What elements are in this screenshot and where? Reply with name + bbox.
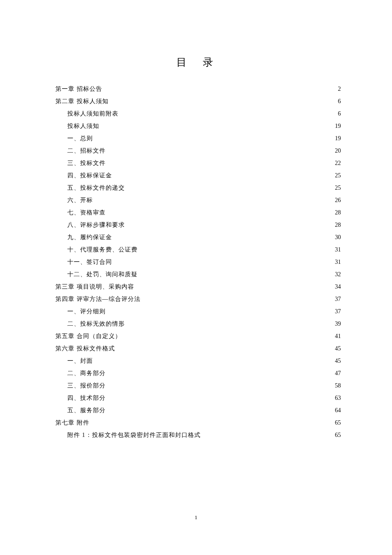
toc-entry-label: 三、报价部分 bbox=[67, 383, 106, 389]
toc-entry: 二、招标文件20 bbox=[55, 148, 341, 154]
toc-entry-label: 一、封面 bbox=[67, 358, 93, 364]
toc-entry-label: 四、投标保证金 bbox=[67, 173, 112, 179]
toc-entry-label: 第二章 投标人须知 bbox=[55, 98, 109, 104]
toc-entry-page: 31 bbox=[332, 247, 341, 253]
toc-entry-label: 十、代理服务费、公证费 bbox=[67, 247, 138, 253]
toc-entry-label: 投标人须知前附表 bbox=[67, 111, 118, 117]
toc-entry-label: 十二、处罚、询问和质疑 bbox=[67, 272, 138, 278]
toc-entry-label: 二、招标文件 bbox=[67, 148, 106, 154]
toc-entry: 第二章 投标人须知6 bbox=[55, 98, 341, 104]
toc-entry-page: 26 bbox=[332, 197, 341, 203]
toc-entry-page: 65 bbox=[332, 432, 341, 438]
toc-entry-page: 63 bbox=[332, 395, 341, 401]
toc-entry-label: 一、评分细则 bbox=[67, 309, 106, 315]
toc-entry-page: 65 bbox=[332, 420, 341, 426]
toc-entry-label: 一、总则 bbox=[67, 136, 93, 142]
toc-entry-label: 第五章 合同（自定义） bbox=[55, 333, 121, 339]
toc-entry: 第一章 招标公告2 bbox=[55, 86, 341, 92]
document-page: 目 录 第一章 招标公告2第二章 投标人须知6投标人须知前附表6投标人须知19一… bbox=[0, 0, 392, 438]
toc-entry-page: 32 bbox=[332, 272, 341, 278]
toc-entry-page: 19 bbox=[332, 123, 341, 129]
toc-entry-label: 六、开标 bbox=[67, 197, 93, 203]
toc-entry-label: 第四章 评审方法—综合评分法 bbox=[55, 296, 141, 302]
toc-title: 目 录 bbox=[55, 55, 341, 69]
toc-entry: 第六章 投标文件格式45 bbox=[55, 346, 341, 352]
toc-entry: 附件 1：投标文件包装袋密封件正面和封口格式65 bbox=[55, 432, 341, 438]
toc-entry-label: 二、商务部分 bbox=[67, 370, 106, 376]
toc-entry: 三、报价部分58 bbox=[55, 383, 341, 389]
toc-entry: 六、开标26 bbox=[55, 197, 341, 203]
toc-entry-page: 45 bbox=[332, 346, 341, 352]
toc-entry: 四、投标保证金25 bbox=[55, 173, 341, 179]
toc-entry: 九、履约保证金30 bbox=[55, 234, 341, 240]
toc-entry: 一、封面45 bbox=[55, 358, 341, 364]
toc-entry: 投标人须知前附表6 bbox=[55, 111, 341, 117]
toc-entry: 三、投标文件22 bbox=[55, 160, 341, 166]
toc-entry-page: 28 bbox=[332, 222, 341, 228]
toc-entry-page: 39 bbox=[332, 321, 341, 327]
toc-entry-page: 20 bbox=[332, 148, 341, 154]
toc-entry: 投标人须知19 bbox=[55, 123, 341, 129]
toc-entry-page: 28 bbox=[332, 210, 341, 216]
toc-entry: 十一、签订合同31 bbox=[55, 259, 341, 265]
toc-entry-label: 十一、签订合同 bbox=[67, 259, 112, 265]
page-number: 1 bbox=[0, 514, 392, 521]
toc-entry-page: 25 bbox=[332, 185, 341, 191]
toc-entry-page: 22 bbox=[332, 160, 341, 166]
toc-entry: 二、商务部分47 bbox=[55, 370, 341, 376]
toc-entry-page: 31 bbox=[332, 259, 341, 265]
toc-entry: 四、技术部分63 bbox=[55, 395, 341, 401]
toc-entry-page: 64 bbox=[332, 408, 341, 413]
toc-entry-label: 二、投标无效的情形 bbox=[67, 321, 125, 327]
toc-entry-label: 第三章 项目说明、采购内容 bbox=[55, 284, 134, 290]
toc-entry-page: 19 bbox=[332, 136, 341, 142]
toc-entry-label: 九、履约保证金 bbox=[67, 234, 112, 240]
toc-entry-page: 30 bbox=[332, 234, 341, 240]
toc-entry-page: 47 bbox=[332, 370, 341, 376]
table-of-contents: 第一章 招标公告2第二章 投标人须知6投标人须知前附表6投标人须知19一、总则1… bbox=[55, 86, 341, 438]
toc-entry-page: 34 bbox=[332, 284, 341, 290]
toc-entry-label: 三、投标文件 bbox=[67, 160, 106, 166]
toc-entry: 十二、处罚、询问和质疑32 bbox=[55, 272, 341, 278]
toc-entry-label: 五、服务部分 bbox=[67, 408, 106, 413]
toc-entry-page: 2 bbox=[332, 86, 341, 92]
toc-entry: 第三章 项目说明、采购内容34 bbox=[55, 284, 341, 290]
toc-entry-page: 6 bbox=[332, 98, 341, 104]
toc-entry-label: 第七章 附件 bbox=[55, 420, 89, 426]
toc-entry: 五、投标文件的递交25 bbox=[55, 185, 341, 191]
toc-entry-page: 37 bbox=[332, 296, 341, 302]
toc-entry: 第七章 附件65 bbox=[55, 420, 341, 426]
toc-entry: 八、评标步骤和要求28 bbox=[55, 222, 341, 228]
toc-entry: 五、服务部分64 bbox=[55, 408, 341, 413]
toc-entry-label: 七、资格审查 bbox=[67, 210, 106, 216]
toc-entry-label: 投标人须知 bbox=[67, 123, 99, 129]
toc-entry-label: 第一章 招标公告 bbox=[55, 86, 102, 92]
toc-entry: 十、代理服务费、公证费31 bbox=[55, 247, 341, 253]
toc-entry: 二、投标无效的情形39 bbox=[55, 321, 341, 327]
toc-entry-label: 五、投标文件的递交 bbox=[67, 185, 125, 191]
toc-entry-page: 45 bbox=[332, 358, 341, 364]
toc-entry-label: 四、技术部分 bbox=[67, 395, 106, 401]
toc-entry: 第五章 合同（自定义）41 bbox=[55, 333, 341, 339]
toc-entry-label: 八、评标步骤和要求 bbox=[67, 222, 125, 228]
toc-entry: 一、总则19 bbox=[55, 136, 341, 142]
toc-entry-page: 6 bbox=[332, 111, 341, 117]
toc-entry-page: 25 bbox=[332, 173, 341, 179]
toc-entry-page: 41 bbox=[332, 333, 341, 339]
toc-entry-page: 37 bbox=[332, 309, 341, 315]
toc-entry: 第四章 评审方法—综合评分法37 bbox=[55, 296, 341, 302]
toc-entry: 七、资格审查28 bbox=[55, 210, 341, 216]
toc-entry-label: 附件 1：投标文件包装袋密封件正面和封口格式 bbox=[67, 432, 201, 438]
toc-entry: 一、评分细则37 bbox=[55, 309, 341, 315]
toc-entry-page: 58 bbox=[332, 383, 341, 389]
toc-entry-label: 第六章 投标文件格式 bbox=[55, 346, 115, 352]
